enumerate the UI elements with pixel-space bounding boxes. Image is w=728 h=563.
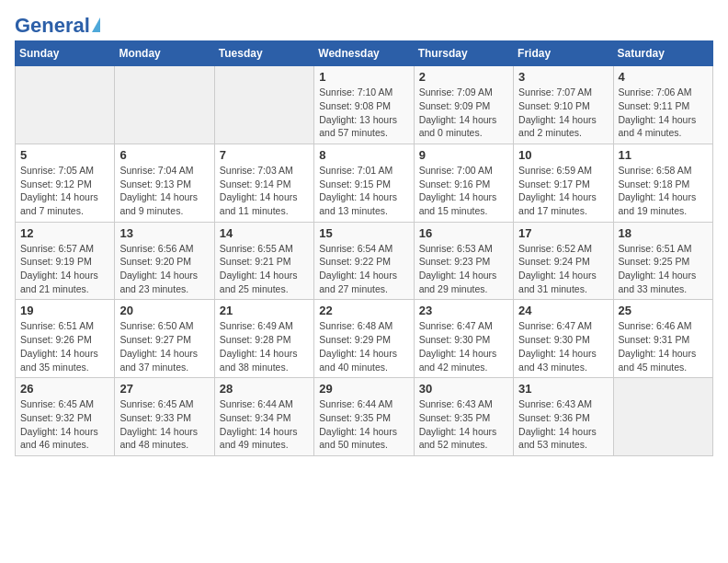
day-number: 19 [20, 304, 109, 317]
day-info: Sunrise: 6:54 AM Sunset: 9:22 PM Dayligh… [319, 242, 408, 296]
day-number: 26 [20, 382, 109, 396]
day-info: Sunrise: 7:00 AM Sunset: 9:16 PM Dayligh… [419, 164, 508, 218]
day-info: Sunrise: 6:43 AM Sunset: 9:35 PM Dayligh… [419, 397, 508, 452]
header-cell-wednesday: Wednesday [314, 41, 414, 66]
day-info: Sunrise: 7:04 AM Sunset: 9:13 PM Dayligh… [119, 164, 209, 218]
day-number: 9 [419, 148, 508, 162]
calendar-cell: 25Sunrise: 6:46 AM Sunset: 9:31 PM Dayli… [613, 300, 712, 378]
day-number: 21 [220, 304, 309, 317]
day-number: 11 [619, 148, 708, 162]
header-cell-saturday: Saturday [613, 41, 712, 66]
logo: General [15, 15, 100, 33]
page-header: General [15, 15, 713, 33]
day-info: Sunrise: 6:46 AM Sunset: 9:31 PM Dayligh… [619, 319, 708, 373]
calendar-cell: 4Sunrise: 7:06 AM Sunset: 9:11 PM Daylig… [613, 66, 712, 144]
calendar-cell: 1Sunrise: 7:10 AM Sunset: 9:08 PM Daylig… [314, 66, 414, 144]
calendar-cell: 13Sunrise: 6:56 AM Sunset: 9:20 PM Dayli… [115, 222, 214, 300]
calendar-cell: 23Sunrise: 6:47 AM Sunset: 9:30 PM Dayli… [414, 300, 513, 378]
day-info: Sunrise: 6:50 AM Sunset: 9:27 PM Dayligh… [119, 319, 209, 373]
day-info: Sunrise: 7:10 AM Sunset: 9:08 PM Dayligh… [319, 86, 408, 140]
day-info: Sunrise: 7:05 AM Sunset: 9:12 PM Dayligh… [20, 164, 109, 218]
day-info: Sunrise: 7:07 AM Sunset: 9:10 PM Dayligh… [518, 86, 608, 140]
day-info: Sunrise: 6:44 AM Sunset: 9:34 PM Dayligh… [220, 397, 309, 452]
calendar-cell: 31Sunrise: 6:43 AM Sunset: 9:36 PM Dayli… [514, 378, 613, 456]
calendar-cell: 12Sunrise: 6:57 AM Sunset: 9:19 PM Dayli… [16, 222, 115, 300]
day-number: 12 [20, 226, 109, 240]
day-number: 25 [619, 304, 708, 317]
logo-triangle-icon [92, 17, 100, 32]
header-cell-friday: Friday [514, 41, 613, 66]
day-info: Sunrise: 6:51 AM Sunset: 9:26 PM Dayligh… [20, 319, 109, 373]
calendar-cell: 26Sunrise: 6:45 AM Sunset: 9:32 PM Dayli… [16, 378, 115, 456]
calendar-cell: 27Sunrise: 6:45 AM Sunset: 9:33 PM Dayli… [115, 378, 214, 456]
day-info: Sunrise: 6:48 AM Sunset: 9:29 PM Dayligh… [319, 319, 408, 373]
header-cell-monday: Monday [115, 41, 214, 66]
calendar-cell [115, 66, 214, 144]
day-info: Sunrise: 7:03 AM Sunset: 9:14 PM Dayligh… [220, 164, 309, 218]
day-info: Sunrise: 7:06 AM Sunset: 9:11 PM Dayligh… [619, 86, 708, 140]
calendar-cell: 16Sunrise: 6:53 AM Sunset: 9:23 PM Dayli… [414, 222, 513, 300]
day-number: 20 [119, 304, 209, 317]
day-number: 2 [419, 70, 508, 84]
day-number: 1 [319, 70, 408, 84]
calendar-week-row: 26Sunrise: 6:45 AM Sunset: 9:32 PM Dayli… [16, 378, 713, 456]
calendar-cell: 6Sunrise: 7:04 AM Sunset: 9:13 PM Daylig… [115, 144, 214, 222]
day-number: 3 [518, 70, 608, 84]
calendar-cell: 7Sunrise: 7:03 AM Sunset: 9:14 PM Daylig… [214, 144, 313, 222]
calendar-cell: 2Sunrise: 7:09 AM Sunset: 9:09 PM Daylig… [414, 66, 513, 144]
calendar-cell: 20Sunrise: 6:50 AM Sunset: 9:27 PM Dayli… [115, 300, 214, 378]
day-number: 29 [319, 382, 408, 396]
day-info: Sunrise: 6:59 AM Sunset: 9:17 PM Dayligh… [518, 164, 608, 218]
calendar-week-row: 19Sunrise: 6:51 AM Sunset: 9:26 PM Dayli… [16, 300, 713, 378]
calendar-cell: 5Sunrise: 7:05 AM Sunset: 9:12 PM Daylig… [16, 144, 115, 222]
calendar-body: 1Sunrise: 7:10 AM Sunset: 9:08 PM Daylig… [16, 66, 713, 456]
day-number: 24 [518, 304, 608, 317]
day-info: Sunrise: 6:58 AM Sunset: 9:18 PM Dayligh… [619, 164, 708, 218]
calendar-cell: 22Sunrise: 6:48 AM Sunset: 9:29 PM Dayli… [314, 300, 414, 378]
day-number: 13 [119, 226, 209, 240]
calendar-cell: 8Sunrise: 7:01 AM Sunset: 9:15 PM Daylig… [314, 144, 414, 222]
calendar-cell: 24Sunrise: 6:47 AM Sunset: 9:30 PM Dayli… [514, 300, 613, 378]
calendar-week-row: 5Sunrise: 7:05 AM Sunset: 9:12 PM Daylig… [16, 144, 713, 222]
day-number: 4 [619, 70, 708, 84]
day-number: 28 [220, 382, 309, 396]
day-info: Sunrise: 6:49 AM Sunset: 9:28 PM Dayligh… [220, 319, 309, 373]
day-number: 27 [119, 382, 209, 396]
calendar-cell: 14Sunrise: 6:55 AM Sunset: 9:21 PM Dayli… [214, 222, 313, 300]
day-number: 5 [20, 148, 109, 162]
day-number: 22 [319, 304, 408, 317]
calendar-week-row: 12Sunrise: 6:57 AM Sunset: 9:19 PM Dayli… [16, 222, 713, 300]
day-info: Sunrise: 7:09 AM Sunset: 9:09 PM Dayligh… [419, 86, 508, 140]
calendar-cell: 28Sunrise: 6:44 AM Sunset: 9:34 PM Dayli… [214, 378, 313, 456]
day-info: Sunrise: 6:57 AM Sunset: 9:19 PM Dayligh… [20, 242, 109, 296]
calendar-cell: 3Sunrise: 7:07 AM Sunset: 9:10 PM Daylig… [514, 66, 613, 144]
day-number: 10 [518, 148, 608, 162]
day-info: Sunrise: 6:44 AM Sunset: 9:35 PM Dayligh… [319, 397, 408, 452]
day-info: Sunrise: 7:01 AM Sunset: 9:15 PM Dayligh… [319, 164, 408, 218]
calendar-cell: 21Sunrise: 6:49 AM Sunset: 9:28 PM Dayli… [214, 300, 313, 378]
day-info: Sunrise: 6:52 AM Sunset: 9:24 PM Dayligh… [518, 242, 608, 296]
day-number: 31 [518, 382, 608, 396]
day-number: 8 [319, 148, 408, 162]
day-number: 23 [419, 304, 508, 317]
header-cell-tuesday: Tuesday [214, 41, 313, 66]
day-number: 16 [419, 226, 508, 240]
calendar-cell: 15Sunrise: 6:54 AM Sunset: 9:22 PM Dayli… [314, 222, 414, 300]
calendar-cell: 10Sunrise: 6:59 AM Sunset: 9:17 PM Dayli… [514, 144, 613, 222]
calendar-cell [613, 378, 712, 456]
day-info: Sunrise: 6:45 AM Sunset: 9:32 PM Dayligh… [20, 397, 109, 452]
day-number: 6 [119, 148, 209, 162]
calendar-cell: 30Sunrise: 6:43 AM Sunset: 9:35 PM Dayli… [414, 378, 513, 456]
calendar-cell: 11Sunrise: 6:58 AM Sunset: 9:18 PM Dayli… [613, 144, 712, 222]
day-info: Sunrise: 6:43 AM Sunset: 9:36 PM Dayligh… [518, 397, 608, 452]
logo-general: General [15, 15, 90, 37]
calendar-header-row: SundayMondayTuesdayWednesdayThursdayFrid… [16, 41, 713, 66]
day-number: 18 [619, 226, 708, 240]
day-info: Sunrise: 6:55 AM Sunset: 9:21 PM Dayligh… [220, 242, 309, 296]
day-info: Sunrise: 6:47 AM Sunset: 9:30 PM Dayligh… [419, 319, 508, 373]
day-info: Sunrise: 6:51 AM Sunset: 9:25 PM Dayligh… [619, 242, 708, 296]
calendar-cell: 29Sunrise: 6:44 AM Sunset: 9:35 PM Dayli… [314, 378, 414, 456]
day-number: 30 [419, 382, 508, 396]
calendar-cell: 18Sunrise: 6:51 AM Sunset: 9:25 PM Dayli… [613, 222, 712, 300]
day-number: 17 [518, 226, 608, 240]
